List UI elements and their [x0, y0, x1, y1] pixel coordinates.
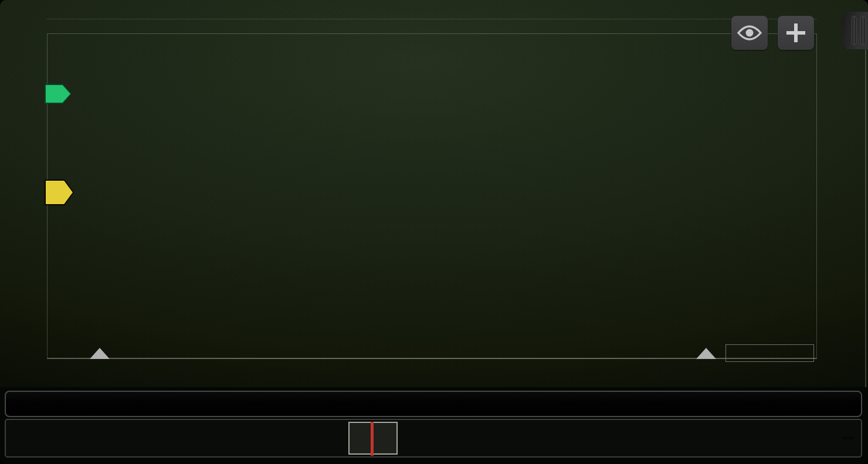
time-cursor-1[interactable] — [90, 348, 110, 359]
handle-ridge — [860, 16, 866, 45]
channel-1-tab-label — [46, 181, 73, 204]
channel-2-tab-label — [46, 85, 70, 103]
time-cursor-2[interactable] — [696, 348, 716, 359]
right-edge-line — [865, 41, 866, 387]
visibility-button[interactable] — [731, 16, 768, 50]
overview-waveform — [6, 420, 861, 456]
waveform-plot-canvas[interactable] — [47, 33, 817, 359]
recording-overview-strip[interactable] — [5, 419, 862, 458]
channel-1-tab[interactable] — [45, 179, 74, 205]
plus-icon — [785, 22, 806, 43]
app-screen — [0, 0, 868, 464]
channel-2-tab[interactable] — [45, 84, 72, 104]
oscilloscope-panel[interactable] — [0, 0, 868, 387]
eye-icon — [737, 24, 762, 42]
add-button[interactable] — [778, 16, 814, 50]
plot-upper-frame-line — [47, 19, 817, 19]
recording-title-bar[interactable] — [5, 391, 862, 417]
overview-selection-window[interactable] — [348, 422, 398, 455]
screen-frame — [0, 0, 868, 464]
handle-ridge — [852, 16, 857, 45]
overview-playhead[interactable] — [371, 422, 374, 456]
watermark-label — [842, 437, 854, 439]
side-drawer-handle[interactable] — [841, 12, 868, 49]
